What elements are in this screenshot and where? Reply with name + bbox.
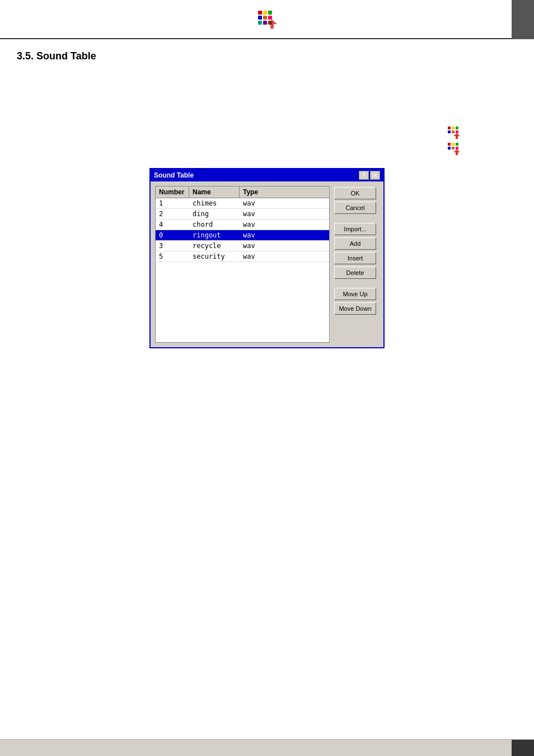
help-button[interactable]: ? bbox=[359, 171, 369, 180]
dialog-title: Sound Table bbox=[154, 171, 194, 179]
table-header: Number Name Type bbox=[156, 186, 329, 198]
table-row[interactable]: 5securitywav bbox=[156, 251, 329, 262]
insert-button[interactable]: Insert bbox=[334, 252, 376, 264]
top-right-dark-block bbox=[512, 0, 534, 39]
svg-rect-1 bbox=[263, 11, 267, 15]
add-button[interactable]: Add bbox=[334, 237, 376, 250]
svg-rect-15 bbox=[456, 130, 458, 133]
top-bar bbox=[0, 0, 534, 39]
cancel-button[interactable]: Cancel bbox=[334, 202, 376, 214]
svg-rect-5 bbox=[268, 16, 272, 20]
close-button[interactable]: ✕ bbox=[370, 171, 380, 180]
col-number: Number bbox=[156, 186, 189, 198]
small-icon-1 bbox=[448, 127, 461, 141]
table-row[interactable]: 0ringoutwav bbox=[156, 230, 329, 241]
app-icon-top bbox=[256, 9, 278, 29]
cell-type: wav bbox=[240, 230, 279, 240]
cell-name: recycle bbox=[189, 241, 240, 251]
sound-table-dialog: Sound Table ? ✕ Number Name Type 1chimes… bbox=[149, 168, 385, 348]
sound-table: Number Name Type 1chimeswav2dingwav4chor… bbox=[155, 186, 330, 343]
svg-rect-10 bbox=[448, 127, 451, 129]
cell-name: chimes bbox=[189, 198, 240, 208]
cell-type: wav bbox=[240, 220, 279, 230]
svg-rect-12 bbox=[456, 127, 458, 129]
svg-rect-18 bbox=[452, 143, 455, 146]
ok-button[interactable]: OK bbox=[334, 187, 376, 199]
svg-rect-11 bbox=[452, 127, 455, 129]
svg-rect-20 bbox=[448, 147, 451, 150]
bottom-bar-dark bbox=[512, 740, 534, 757]
import-button[interactable]: Import... bbox=[334, 223, 376, 235]
description-area bbox=[17, 71, 517, 115]
table-row[interactable]: 4chordwav bbox=[156, 220, 329, 230]
cell-name: chord bbox=[189, 220, 240, 230]
cell-name: ringout bbox=[189, 230, 240, 240]
svg-rect-7 bbox=[263, 21, 267, 25]
cell-type: wav bbox=[240, 241, 279, 251]
svg-rect-14 bbox=[452, 130, 455, 133]
table-row[interactable]: 1chimeswav bbox=[156, 198, 329, 209]
svg-rect-2 bbox=[268, 11, 272, 15]
svg-rect-13 bbox=[448, 130, 451, 133]
svg-marker-23 bbox=[453, 150, 460, 155]
col-name: Name bbox=[189, 186, 240, 198]
cell-number: 5 bbox=[156, 251, 189, 262]
page-content: 3.5. Sound Table bbox=[0, 39, 534, 360]
cell-name: security bbox=[189, 251, 240, 262]
cell-name: ding bbox=[189, 209, 240, 219]
delete-button[interactable]: Delete bbox=[334, 267, 376, 279]
buttons-area: OK Cancel Import... Add Insert Delete Mo… bbox=[334, 186, 379, 343]
svg-rect-22 bbox=[456, 147, 458, 150]
move-down-button[interactable]: Move Down bbox=[334, 302, 376, 315]
svg-rect-17 bbox=[448, 143, 451, 146]
cell-number: 4 bbox=[156, 220, 189, 230]
svg-rect-19 bbox=[456, 143, 458, 146]
button-spacer-2 bbox=[334, 281, 379, 286]
svg-marker-16 bbox=[453, 133, 460, 139]
svg-rect-3 bbox=[258, 16, 262, 20]
bottom-bar bbox=[0, 739, 534, 756]
dialog-titlebar-controls: ? ✕ bbox=[359, 171, 380, 180]
small-icon-2 bbox=[448, 143, 461, 157]
dialog-titlebar: Sound Table ? ✕ bbox=[151, 169, 383, 181]
cell-type: wav bbox=[240, 209, 279, 219]
move-up-button[interactable]: Move Up bbox=[334, 288, 376, 300]
cell-number: 2 bbox=[156, 209, 189, 219]
cell-number: 1 bbox=[156, 198, 189, 208]
cell-number: 0 bbox=[156, 230, 189, 240]
icon-area bbox=[17, 127, 517, 157]
svg-rect-0 bbox=[258, 11, 262, 15]
cell-type: wav bbox=[240, 251, 279, 262]
section-title: 3.5. Sound Table bbox=[17, 50, 517, 62]
table-rows: 1chimeswav2dingwav4chordwav0ringoutwav3r… bbox=[156, 198, 329, 262]
table-row[interactable]: 3recyclewav bbox=[156, 241, 329, 251]
table-row[interactable]: 2dingwav bbox=[156, 209, 329, 220]
svg-rect-6 bbox=[258, 21, 262, 25]
svg-rect-21 bbox=[452, 147, 455, 150]
cell-type: wav bbox=[240, 198, 279, 208]
col-type: Type bbox=[240, 186, 279, 198]
dialog-wrapper: Sound Table ? ✕ Number Name Type 1chimes… bbox=[17, 168, 517, 348]
cell-number: 3 bbox=[156, 241, 189, 251]
button-spacer-1 bbox=[334, 216, 379, 221]
svg-rect-4 bbox=[263, 16, 267, 20]
dialog-body: Number Name Type 1chimeswav2dingwav4chor… bbox=[151, 181, 383, 347]
